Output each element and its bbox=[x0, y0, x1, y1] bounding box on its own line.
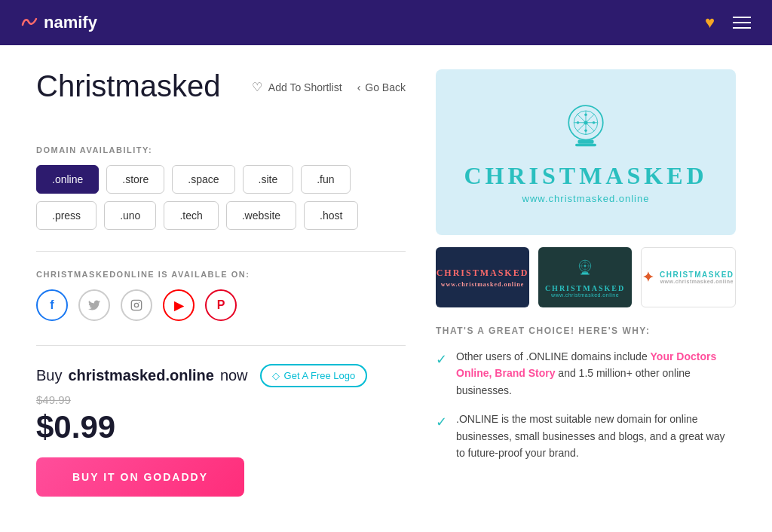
logo-thumb-dark-teal[interactable]: CHRISTMASKED www.christmasked.online bbox=[538, 247, 632, 307]
right-panel: CHRISTMASKED www.christmasked.online CHR… bbox=[436, 69, 736, 497]
header-right: ♥ bbox=[705, 13, 751, 32]
logo-text: namify bbox=[44, 13, 97, 32]
original-price: $49.99 bbox=[36, 393, 406, 406]
main-header: namify ♥ bbox=[0, 0, 772, 45]
svg-point-1 bbox=[134, 303, 138, 307]
thumb-1-text: CHRISTMASKED www.christmasked.online bbox=[437, 268, 529, 288]
check-icon-1: ✓ bbox=[436, 349, 447, 399]
divider bbox=[36, 251, 406, 252]
favorites-icon[interactable]: ♥ bbox=[705, 13, 715, 32]
instagram-icon[interactable] bbox=[121, 289, 152, 321]
buy-suffix: now bbox=[220, 367, 248, 384]
buy-section: Buy christmasked.online now ◇ Get A Free… bbox=[36, 364, 406, 497]
twitter-icon[interactable] bbox=[78, 289, 110, 321]
domain-tag-fun[interactable]: .fun bbox=[301, 165, 350, 194]
svg-point-13 bbox=[584, 130, 587, 133]
add-to-shortlist-button[interactable]: ♡ Add To Shortlist bbox=[252, 80, 342, 94]
buy-domain: christmasked.online bbox=[68, 367, 213, 384]
domain-tag-host[interactable]: .host bbox=[304, 201, 358, 230]
thumb-3-text: ✦ CHRISTMASKED www.christmasked.online bbox=[642, 269, 734, 286]
divider-2 bbox=[36, 345, 406, 346]
social-section: CHRISTMASKEDONLINE IS AVAILABLE ON: f ▶ bbox=[36, 270, 406, 321]
why-text-1: Other users of .ONLINE domains include Y… bbox=[456, 348, 736, 399]
go-back-button[interactable]: ‹ Go Back bbox=[357, 81, 406, 93]
why-item-1: ✓ Other users of .ONLINE domains include… bbox=[436, 348, 736, 399]
pinterest-icon[interactable]: P bbox=[205, 289, 237, 321]
svg-rect-0 bbox=[131, 300, 141, 310]
logo[interactable]: namify bbox=[21, 13, 97, 32]
youtube-icon[interactable]: ▶ bbox=[163, 289, 195, 321]
domain-tag-tech[interactable]: .tech bbox=[164, 201, 218, 230]
diamond-icon: ◇ bbox=[272, 370, 280, 381]
svg-point-15 bbox=[593, 121, 596, 124]
why-section: THAT'S A GREAT CHOICE! HERE'S WHY: ✓ Oth… bbox=[436, 326, 736, 461]
logo-thumbnails: CHRISTMASKED www.christmasked.online bbox=[436, 247, 736, 307]
get-free-logo-button[interactable]: ◇ Get A Free Logo bbox=[260, 364, 368, 387]
svg-point-20 bbox=[584, 265, 586, 267]
buy-godaddy-button[interactable]: BUY IT ON GODADDY bbox=[36, 457, 244, 497]
logo-thumb-dark-blue[interactable]: CHRISTMASKED www.christmasked.online bbox=[436, 247, 529, 307]
buy-prefix: Buy bbox=[36, 367, 62, 384]
svg-point-12 bbox=[584, 114, 587, 117]
svg-rect-10 bbox=[575, 144, 596, 147]
domain-availability-section: DOMAIN AVAILABILITY: .online .store .spa… bbox=[36, 145, 406, 230]
social-icons: f ▶ P bbox=[36, 289, 406, 321]
domain-tag-site[interactable]: .site bbox=[243, 165, 294, 194]
svg-point-11 bbox=[584, 121, 587, 124]
domain-tag-store[interactable]: .store bbox=[106, 165, 164, 194]
logo-preview-brand-url: www.christmasked.online bbox=[522, 193, 650, 204]
domain-tag-space[interactable]: .space bbox=[172, 165, 234, 194]
logo-preview-brand-name: CHRISTMASKED bbox=[464, 162, 707, 190]
left-panel: Christmasked ♡ Add To Shortlist ‹ Go Bac… bbox=[36, 69, 406, 497]
chevron-left-icon: ‹ bbox=[357, 81, 361, 93]
main-content: Christmasked ♡ Add To Shortlist ‹ Go Bac… bbox=[0, 45, 772, 521]
snow-globe-icon bbox=[559, 100, 612, 153]
domain-tag-uno[interactable]: .uno bbox=[104, 201, 156, 230]
heart-outline-icon: ♡ bbox=[252, 80, 262, 94]
domain-tag-online[interactable]: .online bbox=[36, 165, 99, 194]
main-price: $0.99 bbox=[36, 409, 406, 445]
thumb-2-content: CHRISTMASKED www.christmasked.online bbox=[545, 257, 625, 298]
svg-point-14 bbox=[577, 121, 580, 124]
facebook-icon[interactable]: f bbox=[36, 289, 68, 321]
page-title: Christmasked bbox=[36, 69, 221, 103]
logo-preview-main: CHRISTMASKED www.christmasked.online bbox=[436, 69, 736, 235]
logo-icon bbox=[21, 14, 38, 32]
highlight-link-1[interactable]: Your Doctors Online, Brand Story bbox=[456, 350, 716, 379]
why-title: THAT'S A GREAT CHOICE! HERE'S WHY: bbox=[436, 326, 736, 336]
buy-title: Buy christmasked.online now ◇ Get A Free… bbox=[36, 364, 406, 387]
domain-tag-press[interactable]: .press bbox=[36, 201, 96, 230]
logo-thumb-white[interactable]: ✦ CHRISTMASKED www.christmasked.online bbox=[641, 247, 736, 307]
domain-tags: .online .store .space .site .fun .press … bbox=[36, 165, 406, 230]
svg-rect-21 bbox=[582, 272, 588, 274]
title-row: Christmasked ♡ Add To Shortlist ‹ Go Bac… bbox=[36, 69, 406, 124]
why-item-2: ✓ .ONLINE is the most suitable new domai… bbox=[436, 411, 736, 461]
why-text-2: .ONLINE is the most suitable new domain … bbox=[456, 411, 736, 461]
social-label: CHRISTMASKEDONLINE IS AVAILABLE ON: bbox=[36, 270, 406, 279]
svg-rect-22 bbox=[581, 274, 590, 274]
svg-rect-9 bbox=[578, 140, 594, 144]
domain-availability-label: DOMAIN AVAILABILITY: bbox=[36, 145, 406, 154]
menu-icon[interactable] bbox=[733, 17, 751, 29]
domain-tag-website[interactable]: .website bbox=[226, 201, 296, 230]
check-icon-2: ✓ bbox=[436, 411, 447, 461]
svg-point-2 bbox=[139, 302, 139, 303]
